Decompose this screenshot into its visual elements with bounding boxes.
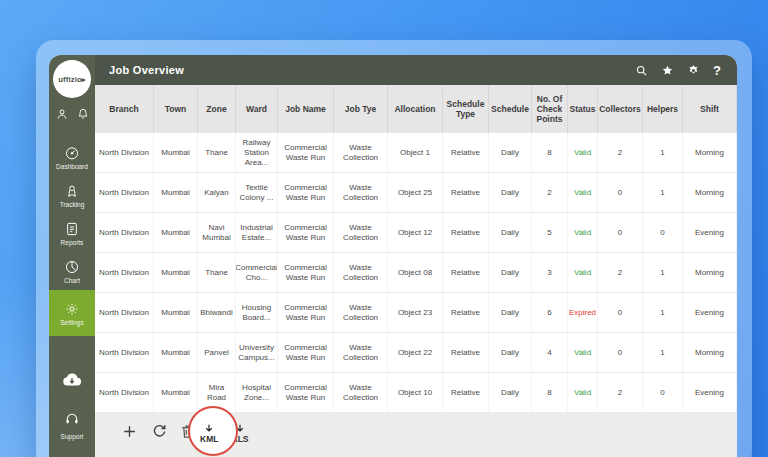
cell-helpers: 1 [643,333,683,372]
notification-bell-icon[interactable] [76,107,90,125]
refresh-icon [151,423,168,440]
cell-job-name: Commercial Waste Run [278,253,334,292]
column-header-collectors: Collectors [598,85,643,133]
cell-schedule-type: Relative [443,373,489,412]
cell-shift: Evening [683,213,737,252]
cell-no-of-check-points: 6 [532,293,568,332]
page-title: Job Overview [109,64,184,76]
cell-job-name: Commercial Waste Run [278,293,334,332]
sidebar-item-label: Dashboard [56,163,88,170]
cell-status: Valid [568,333,598,372]
table-row[interactable]: North DivisionMumbaiThaneRailway Station… [95,133,737,173]
cell-status: Valid [568,173,598,212]
column-header-branch: Branch [95,85,154,133]
table-row[interactable]: North DivisionMumbaiKalyanTextile Colony… [95,173,737,213]
cell-zone: Kalyan [198,173,236,212]
cell-job-name: Commercial Waste Run [278,373,334,412]
cell-job-name: Commercial Waste Run [278,213,334,252]
table-row[interactable]: North DivisionMumbaiBhiwandiHousing Boar… [95,293,737,333]
help-icon[interactable]: ? [713,64,721,77]
sidebar-nav: DashboardTrackingReportsChartSettings [49,138,95,336]
cell-schedule: Daily [489,133,532,172]
column-header-town: Town [154,85,198,133]
cell-town: Mumbai [154,173,198,212]
cell-allocation: Object 08 [388,253,443,292]
sidebar-item-cloud-download[interactable] [49,363,95,401]
sidebar-item-reports[interactable]: Reports [49,214,95,252]
cell-schedule-type: Relative [443,173,489,212]
settings-gear-icon [64,301,80,317]
cell-shift: Morning [683,173,737,212]
sidebar-item-support[interactable]: Support [61,411,84,440]
cell-job-name: Commercial Waste Run [278,333,334,372]
user-icon[interactable] [55,107,69,125]
kml-label: KML [200,434,218,444]
sidebar-item-label: Tracking [60,201,85,208]
cell-branch: North Division [95,173,154,212]
table-body: North DivisionMumbaiThaneRailway Station… [95,133,737,413]
cell-shift: Morning [683,333,737,372]
cell-job-name: Commercial Waste Run [278,133,334,172]
sidebar-item-label: Settings [60,319,84,326]
cell-allocation: Object 12 [388,213,443,252]
table-row[interactable]: North DivisionMumbaiThaneCommercial Cho.… [95,253,737,293]
cell-town: Mumbai [154,373,198,412]
reports-document-icon [64,221,80,237]
cell-branch: North Division [95,373,154,412]
sidebar-item-settings[interactable]: Settings [49,290,95,336]
cell-no-of-check-points: 4 [532,333,568,372]
cell-schedule: Daily [489,173,532,212]
cell-schedule-type: Relative [443,293,489,332]
cell-helpers: 1 [643,293,683,332]
column-header-allocation: Allocation [388,85,443,133]
cell-no-of-check-points: 8 [532,133,568,172]
cell-branch: North Division [95,253,154,292]
cell-job-name: Commercial Waste Run [278,173,334,212]
cell-schedule-type: Relative [443,333,489,372]
cell-schedule: Daily [489,373,532,412]
cell-branch: North Division [95,213,154,252]
support-headset-icon [64,411,80,431]
table-row[interactable]: North DivisionMumbaiPanvelUniversity Cam… [95,333,737,373]
column-header-no-of-check-points: No. Of Check Points [532,85,568,133]
favorite-star-icon[interactable] [661,64,674,77]
cell-ward: Industrial Estate... [236,213,278,252]
cell-job-tye: Waste Collection [334,293,388,332]
search-icon[interactable] [635,64,648,77]
cell-town: Mumbai [154,213,198,252]
settings-gear-icon[interactable] [687,64,700,77]
cell-town: Mumbai [154,333,198,372]
cell-zone: Navi Mumbai [198,213,236,252]
topbar: Job Overview ? [95,55,737,85]
cell-ward: Textile Colony ... [236,173,278,212]
refresh-button[interactable] [151,423,168,440]
sidebar-item-chart[interactable]: Chart [49,252,95,290]
cell-collectors: 0 [598,173,643,212]
column-header-schedule: Schedule [489,85,532,133]
sidebar-item-dashboard[interactable]: Dashboard [49,138,95,176]
cell-ward: University Campus... [236,333,278,372]
kml-download-button[interactable]: KML [200,423,218,444]
cell-zone: Bhiwandi [198,293,236,332]
main-panel: Job Overview ? BranchTownZoneWardJob Nam… [95,55,737,457]
cell-collectors: 0 [598,213,643,252]
cell-job-tye: Waste Collection [334,253,388,292]
app-window: uffizio▸ DashboardTrackingReportsChartSe… [49,55,737,457]
cell-branch: North Division [95,333,154,372]
table-row[interactable]: North DivisionMumbaiMira RoadHospital Zo… [95,373,737,413]
cell-helpers: 0 [643,373,683,412]
add-button[interactable] [121,423,138,440]
cell-town: Mumbai [154,133,198,172]
table-row[interactable]: North DivisionMumbaiNavi MumbaiIndustria… [95,213,737,253]
chart-pie-icon [64,259,80,275]
sidebar-item-tracking[interactable]: Tracking [49,176,95,214]
cell-allocation: Object 25 [388,173,443,212]
cell-town: Mumbai [154,293,198,332]
cell-status: Valid [568,133,598,172]
cell-schedule-type: Relative [443,213,489,252]
cell-shift: Evening [683,373,737,412]
cell-zone: Panvel [198,333,236,372]
cell-zone: Thane [198,133,236,172]
cell-status: Valid [568,213,598,252]
cell-no-of-check-points: 3 [532,253,568,292]
